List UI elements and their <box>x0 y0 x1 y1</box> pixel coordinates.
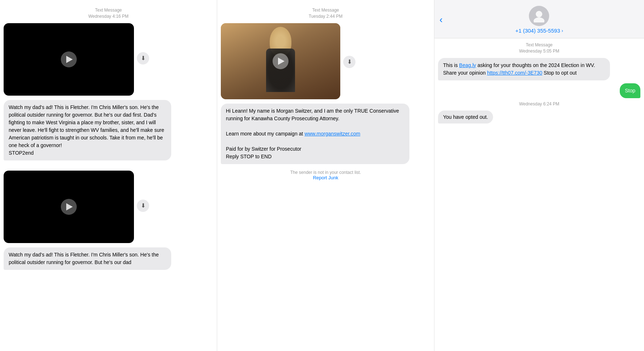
column-1: Text Message Wednesday 4:16 PM ⬇ Watch m… <box>0 0 217 351</box>
phone-number: +1 (304) 355-5593 <box>515 28 560 34</box>
col3-stop-row: Stop <box>438 83 640 98</box>
play-icon-mid <box>278 58 285 65</box>
contact-info: +1 (304) 355-5593 › <box>515 6 563 34</box>
col3-message-1: This is Beag.ly asking for your thoughts… <box>438 58 640 80</box>
svg-point-1 <box>534 17 544 22</box>
col3-opted-out-bubble: You have opted out. <box>438 110 493 124</box>
play-button-1[interactable] <box>61 51 77 67</box>
col3-opted-out-row: You have opted out. <box>438 110 640 124</box>
beagly-link[interactable]: Beag.ly <box>459 62 476 68</box>
col3-time-header: Text Message Wednesday 5:05 PM <box>438 42 640 54</box>
col1-bubble-1: Watch my dad's ad! This is Fletcher. I'm… <box>4 100 171 160</box>
col1-video-thumb-1[interactable] <box>4 23 134 96</box>
download-button-2[interactable]: ⬇ <box>137 200 149 212</box>
col1-message-2: Watch my dad's ad! This is Fletcher. I'm… <box>4 247 213 270</box>
col3-header: ‹ +1 (304) 355-5593 › <box>434 0 644 38</box>
phone-number-row[interactable]: +1 (304) 355-5593 › <box>515 28 563 34</box>
col2-bubble-1: Hi Leann! My name is Morgan Switzer, and… <box>221 104 409 164</box>
play-button-mid[interactable] <box>273 53 289 69</box>
tth07-link[interactable]: https://tth07.com/-3E730 <box>487 70 542 76</box>
col1-message-1: Watch my dad's ad! This is Fletcher. I'm… <box>4 100 213 160</box>
col2-video-thumb[interactable] <box>221 23 340 99</box>
col3-messages: Text Message Wednesday 5:05 PM This is B… <box>434 42 644 351</box>
column-3: ‹ +1 (304) 355-5593 › Text Message Wedne… <box>434 0 644 351</box>
play-button-2[interactable] <box>61 199 77 215</box>
col3-bubble-1: This is Beag.ly asking for your thoughts… <box>438 58 610 80</box>
col2-message-1: Hi Leann! My name is Morgan Switzer, and… <box>221 104 430 164</box>
col2-video-row: ⬇ <box>221 23 430 102</box>
download-button-1[interactable]: ⬇ <box>137 52 149 64</box>
col3-time-2: Wednesday 6:24 PM <box>438 101 640 107</box>
column-2: Text Message Tuesday 2:44 PM ⬇ Hi Leann!… <box>217 0 434 351</box>
download-button-mid[interactable]: ⬇ <box>343 56 355 68</box>
col1-video-row-2: ⬇ <box>4 171 213 246</box>
back-button[interactable]: ‹ <box>439 14 443 25</box>
col1-time-header-1: Text Message Wednesday 4:16 PM <box>88 7 129 20</box>
col1-bubble-2: Watch my dad's ad! This is Fletcher. I'm… <box>4 247 171 270</box>
play-icon-1 <box>66 56 73 63</box>
play-icon-2 <box>66 203 73 210</box>
col1-video-row-1: ⬇ <box>4 23 213 99</box>
sender-notice: The sender is not in your contact list. … <box>290 170 361 180</box>
morganswitzer-link[interactable]: www.morganswitzer.com <box>304 131 360 137</box>
col2-time-header: Text Message Tuesday 2:44 PM <box>309 7 343 20</box>
report-junk-button[interactable]: Report Junk <box>290 175 361 180</box>
col1-video-thumb-2[interactable] <box>4 171 134 243</box>
person-icon <box>533 9 546 22</box>
chevron-right-icon: › <box>561 28 563 33</box>
col3-stop-bubble: Stop <box>620 83 640 98</box>
avatar <box>529 6 549 26</box>
svg-point-0 <box>536 11 542 17</box>
